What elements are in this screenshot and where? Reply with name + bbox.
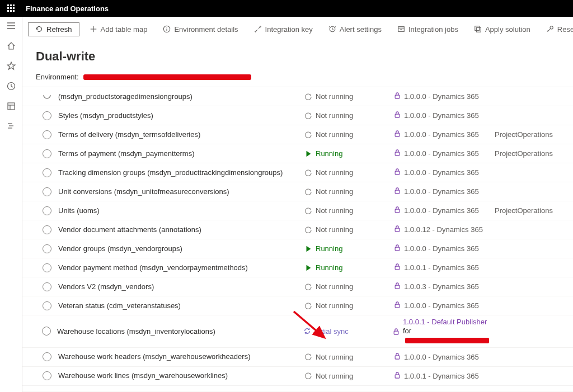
- environment-label: Environment:: [36, 73, 79, 81]
- integration-jobs-button[interactable]: Integration jobs: [392, 23, 464, 36]
- row-name: (msdyn_productstoragedimensiongroups): [58, 92, 304, 102]
- svg-rect-38: [395, 190, 400, 193]
- apply-solution-button[interactable]: Apply solution: [468, 23, 536, 36]
- table-row[interactable]: Warehouse work lines (msdyn_warehousewor…: [22, 367, 573, 386]
- row-selector[interactable]: [36, 168, 58, 177]
- environment-details-button[interactable]: Environment details: [157, 23, 243, 36]
- row-selector[interactable]: [36, 263, 58, 272]
- row-selector[interactable]: [36, 301, 58, 310]
- home-icon[interactable]: [6, 40, 17, 51]
- reset-link-label: Reset li: [557, 25, 573, 34]
- svg-rect-39: [395, 209, 400, 212]
- app-title: Finance and Operations: [22, 4, 109, 13]
- table-row[interactable]: Terms of delivery (msdyn_termsofdeliveri…: [22, 125, 573, 144]
- row-status-label: Not running: [316, 130, 353, 139]
- workspaces-icon[interactable]: [6, 101, 17, 112]
- row-publisher-label: 1.0.0.0 - Dynamics 365: [404, 187, 479, 196]
- row-status: Running: [304, 244, 394, 253]
- svg-rect-44: [395, 304, 400, 308]
- row-status-label: Running: [316, 263, 342, 272]
- row-selector[interactable]: [36, 130, 58, 139]
- table-row[interactable]: Unit conversions (msdyn_unitofmeasurecon…: [22, 182, 573, 201]
- table-row[interactable]: Tracking dimension groups (msdyn_product…: [22, 163, 573, 182]
- row-publisher-label: 1.0.0.1 - Dynamics 365: [404, 263, 479, 272]
- lock-icon: [394, 282, 401, 291]
- row-publisher: 1.0.0.0 - Dynamics 365: [394, 206, 489, 215]
- row-selector[interactable]: [36, 244, 58, 253]
- table-row[interactable]: Styles (msdyn_productstyles)Not running1…: [22, 106, 573, 125]
- lock-icon: [393, 327, 400, 336]
- lock-icon: [394, 206, 401, 215]
- row-selector[interactable]: [36, 92, 58, 101]
- lock-icon: [394, 352, 401, 362]
- integration-key-label: Integration key: [265, 25, 313, 34]
- svg-rect-1: [10, 4, 12, 6]
- lock-icon: [394, 187, 401, 196]
- table-row[interactable]: Warehouse work headers (msdyn_warehousew…: [22, 348, 573, 367]
- row-selector[interactable]: [36, 327, 57, 336]
- svg-rect-46: [395, 356, 400, 359]
- integration-key-button[interactable]: Integration key: [248, 23, 318, 36]
- table-row[interactable]: Terms of payment (msdyn_paymentterms)Run…: [22, 144, 573, 163]
- svg-rect-43: [395, 285, 400, 289]
- table-row[interactable]: Vendor document attachments (annotations…: [22, 220, 573, 239]
- table-row[interactable]: Vendor groups (msdyn_vendorgroups)Runnin…: [22, 239, 573, 258]
- svg-rect-37: [395, 171, 400, 174]
- app-launcher-icon[interactable]: [0, 0, 22, 17]
- svg-rect-3: [7, 7, 9, 9]
- row-selector[interactable]: [36, 225, 58, 234]
- row-status-label: Not running: [316, 372, 353, 380]
- table-row[interactable]: Units (uoms)Not running1.0.0.0 - Dynamic…: [22, 201, 573, 220]
- row-selector[interactable]: [36, 149, 58, 158]
- svg-point-23: [167, 27, 167, 27]
- table-row[interactable]: (msdyn_productstoragedimensiongroups)Not…: [22, 87, 573, 106]
- row-publisher: 1.0.0.0 - Dynamics 365: [394, 111, 489, 120]
- lock-icon: [394, 149, 401, 158]
- row-status: Not running: [304, 206, 394, 215]
- table-row[interactable]: Warehouse locations (msdyn_inventoryloca…: [22, 315, 573, 348]
- table-row[interactable]: Veteran status (cdm_veteranstatuses)Not …: [22, 296, 573, 315]
- row-publisher: 1.0.0.1 - Dynamics 365: [394, 263, 489, 272]
- row-publisher: 1.0.0.0 - Dynamics 365: [394, 244, 489, 253]
- row-status-label: Running: [316, 149, 342, 158]
- row-status-label: Not running: [316, 282, 353, 291]
- row-publisher-label: 1.0.0.0 - Dynamics 365: [404, 149, 479, 158]
- row-status: Not running: [304, 130, 394, 139]
- reset-link-button[interactable]: Reset li: [541, 23, 573, 36]
- lock-icon: [394, 301, 401, 310]
- row-selector[interactable]: [36, 187, 58, 196]
- row-tag: ProjectOperations: [489, 149, 573, 158]
- table-row[interactable]: Vendors V2 (msdyn_vendors)Not running1.0…: [22, 277, 573, 296]
- refresh-button[interactable]: Refresh: [28, 22, 79, 36]
- row-publisher: 1.0.0.0 - Dynamics 365: [394, 352, 489, 362]
- row-publisher: 1.0.0.0 - Dynamics 365: [394, 301, 489, 310]
- row-publisher-label: 1.0.0.0 - Dynamics 365: [404, 168, 479, 177]
- svg-rect-41: [395, 247, 400, 251]
- row-publisher-label: 1.0.0.1 - Dynamics 365: [404, 372, 479, 380]
- alert-settings-button[interactable]: Alert settings: [323, 23, 387, 36]
- row-selector[interactable]: [36, 371, 58, 380]
- row-selector[interactable]: [36, 282, 58, 291]
- row-name: Warehouse work lines (msdyn_warehousewor…: [58, 371, 304, 381]
- lock-icon: [394, 168, 401, 177]
- modules-icon[interactable]: [6, 121, 17, 132]
- svg-rect-42: [395, 266, 400, 270]
- add-table-map-button[interactable]: Add table map: [84, 23, 153, 36]
- row-selector[interactable]: [36, 206, 58, 215]
- row-publisher-label: 1.0.0.0 - Dynamics 365: [404, 111, 479, 120]
- row-publisher-label: 1.0.0.3 - Dynamics 365: [404, 282, 479, 291]
- row-publisher: 1.0.0.0 - Dynamics 365: [394, 92, 489, 101]
- hamburger-icon[interactable]: [6, 20, 17, 31]
- row-selector[interactable]: [36, 352, 58, 361]
- refresh-button-label: Refresh: [46, 25, 72, 34]
- row-publisher-label: 1.0.0.0 - Dynamics 365: [404, 353, 479, 361]
- row-publisher: 1.0.0.1 - Dynamics 365: [394, 371, 489, 381]
- star-icon[interactable]: [6, 60, 17, 72]
- row-publisher: 1.0.0.0 - Dynamics 365: [394, 187, 489, 196]
- table-row[interactable]: Vendor payment method (msdyn_vendorpayme…: [22, 258, 573, 277]
- top-bar: Finance and Operations: [0, 0, 573, 17]
- publisher-redacted: [405, 338, 489, 343]
- recent-icon[interactable]: [6, 81, 17, 92]
- alert-settings-label: Alert settings: [340, 25, 382, 34]
- row-selector[interactable]: [36, 111, 58, 120]
